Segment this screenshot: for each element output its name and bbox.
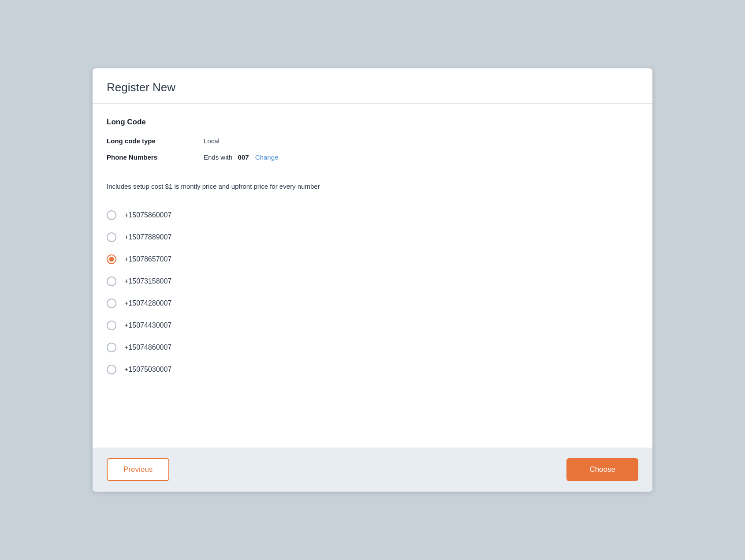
phone-radio-label[interactable]: +15073158007 <box>107 276 171 286</box>
phone-number-item[interactable]: +15078657007 <box>107 248 638 270</box>
phone-radio-input[interactable] <box>107 232 116 242</box>
phone-radio-label[interactable]: +15077889007 <box>107 232 171 242</box>
phone-number-text: +15074280007 <box>124 299 171 307</box>
phone-suffix: 007 <box>238 153 249 161</box>
phone-number-item[interactable]: +15074430007 <box>107 314 638 336</box>
phone-radio-label[interactable]: +15074280007 <box>107 299 171 308</box>
modal-title: Register New <box>107 81 638 94</box>
section-title: Long Code <box>107 118 638 127</box>
modal-header: Register New <box>93 68 652 104</box>
phone-radio-input[interactable] <box>107 321 116 330</box>
modal-footer: Previous Choose <box>93 448 652 492</box>
phone-number-text: +15074430007 <box>124 321 171 329</box>
phone-number-text: +15073158007 <box>124 277 171 285</box>
change-link[interactable]: Change <box>255 153 279 161</box>
phone-number-text: +15078657007 <box>124 255 171 263</box>
phone-radio-input[interactable] <box>107 343 116 352</box>
phone-radio-input[interactable] <box>107 210 116 220</box>
long-code-type-value: Local <box>204 137 220 145</box>
phone-radio-input[interactable] <box>107 254 116 264</box>
section-divider <box>107 170 638 170</box>
modal-body: Long Code Long code type Local Phone Num… <box>93 104 652 448</box>
phone-number-item[interactable]: +15074280007 <box>107 292 638 314</box>
phone-number-text: +15074860007 <box>124 343 171 351</box>
phone-number-list: +15075860007+15077889007+15078657007+150… <box>107 204 638 381</box>
phone-radio-input[interactable] <box>107 276 116 286</box>
phone-numbers-value: Ends with 007 Change <box>204 153 278 161</box>
phone-radio-label[interactable]: +15074430007 <box>107 321 171 330</box>
phone-radio-input[interactable] <box>107 365 116 374</box>
phone-numbers-label: Phone Numbers <box>107 153 204 161</box>
phone-radio-label[interactable]: +15074860007 <box>107 343 171 352</box>
phone-number-item[interactable]: +15073158007 <box>107 270 638 292</box>
phone-radio-label[interactable]: +15075030007 <box>107 365 171 374</box>
phone-radio-label[interactable]: +15078657007 <box>107 254 171 264</box>
long-code-type-label: Long code type <box>107 137 204 145</box>
choose-button[interactable]: Choose <box>566 458 638 481</box>
phone-radio-input[interactable] <box>107 299 116 308</box>
ends-with-text: Ends with <box>204 153 232 161</box>
phone-number-text: +15077889007 <box>124 233 171 241</box>
long-code-type-row: Long code type Local <box>107 137 638 145</box>
phone-number-text: +15075860007 <box>124 211 171 219</box>
phone-number-item[interactable]: +15075030007 <box>107 358 638 381</box>
phone-number-text: +15075030007 <box>124 366 171 373</box>
phone-numbers-row: Phone Numbers Ends with 007 Change <box>107 153 638 161</box>
previous-button[interactable]: Previous <box>107 458 169 481</box>
phone-number-item[interactable]: +15074860007 <box>107 336 638 358</box>
setup-note: Includes setup cost $1 is montly price a… <box>107 183 638 190</box>
phone-number-item[interactable]: +15075860007 <box>107 204 638 226</box>
register-new-modal: Register New Long Code Long code type Lo… <box>93 68 652 492</box>
phone-radio-label[interactable]: +15075860007 <box>107 210 171 220</box>
phone-number-item[interactable]: +15077889007 <box>107 226 638 248</box>
